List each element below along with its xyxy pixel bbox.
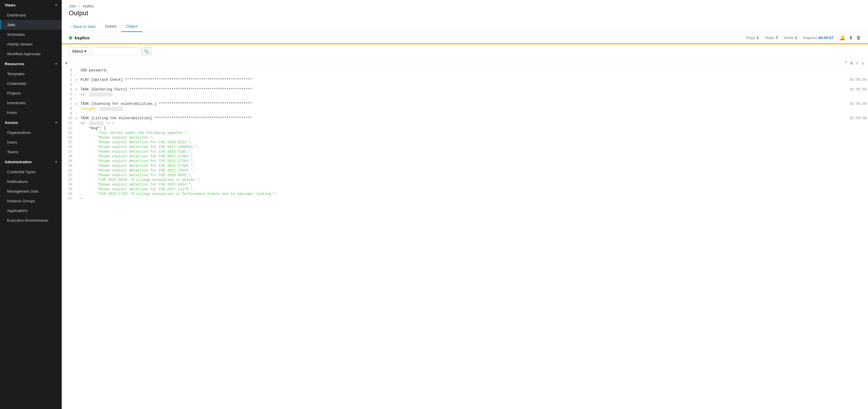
sidebar-views-header[interactable]: Views ▾ bbox=[0, 0, 62, 10]
job-hosts-stat: Hosts 1 bbox=[784, 36, 797, 40]
sidebar-administration-header[interactable]: Administration ▾ bbox=[0, 157, 62, 167]
scroll-page-down-icon[interactable]: ⇓ bbox=[862, 60, 865, 66]
elapsed-label: Elapsed bbox=[803, 36, 817, 40]
log-line-toggle[interactable]: ▾ bbox=[73, 77, 79, 82]
breadcrumb-current: ksplice bbox=[83, 4, 94, 8]
log-line-timestamp bbox=[794, 68, 868, 73]
log-line-toggle bbox=[73, 121, 79, 126]
log-line-content: "Known exploit detection for CVE-2021-27… bbox=[79, 164, 794, 168]
log-line-timestamp bbox=[794, 140, 868, 145]
sidebar-item-jobs[interactable]: Jobs bbox=[0, 20, 62, 30]
log-line-row: 5ok: bbox=[62, 92, 868, 97]
log-line-toggle bbox=[73, 140, 79, 145]
sidebar-resources-header[interactable]: Resources ▾ bbox=[0, 59, 62, 69]
log-line-toggle bbox=[73, 135, 79, 140]
sidebar-access-header[interactable]: Access ▾ bbox=[0, 117, 62, 128]
sidebar-views-label: Views bbox=[5, 3, 16, 7]
sidebar-item-templates[interactable]: Templates bbox=[0, 69, 62, 79]
stdout-search-input[interactable] bbox=[92, 47, 139, 55]
log-line-timestamp bbox=[794, 187, 868, 192]
scroll-up-icon[interactable]: ∨ bbox=[850, 60, 853, 66]
log-line-row: 22 "Known exploit detection for CVE-2020… bbox=[62, 173, 868, 178]
scroll-page-up-icon[interactable]: ⇑ bbox=[856, 60, 859, 66]
sidebar-admin-items: Credential Types Notifications Managemen… bbox=[0, 167, 62, 225]
log-line-toggle[interactable]: ▾ bbox=[73, 102, 79, 107]
breadcrumb-jobs-link[interactable]: Jobs bbox=[69, 4, 76, 8]
log-line-number: 17 bbox=[62, 149, 73, 154]
hosts-label: Hosts bbox=[784, 36, 794, 40]
sidebar-item-management-jobs[interactable]: Management Jobs bbox=[0, 186, 62, 196]
output-content: ksplice Plays 1 Tasks 7 Hosts 1 Elapsed … bbox=[62, 32, 868, 409]
log-line-number: 15 bbox=[62, 140, 73, 145]
sidebar-item-workflow-approvals[interactable]: Workflow Approvals bbox=[0, 49, 62, 59]
page-header: Jobs › ksplice Output bbox=[62, 0, 868, 21]
sidebar-item-users[interactable]: Users bbox=[0, 137, 62, 147]
log-line-number: 16 bbox=[62, 145, 73, 149]
log-line-row: 10▾TASK [Listing the Vulnerabilities] **… bbox=[62, 116, 868, 121]
sidebar-item-schedules[interactable]: Schedules bbox=[0, 30, 62, 39]
hosts-value: 1 bbox=[795, 36, 797, 40]
log-line-toggle bbox=[73, 168, 79, 173]
trash-icon[interactable]: 🗑 bbox=[856, 35, 861, 40]
tab-details[interactable]: Details bbox=[100, 21, 121, 32]
log-line-row: 2▾PLAY [Uptrack Check] *****************… bbox=[62, 77, 868, 82]
stdout-filter-select[interactable]: Stdout ▾ bbox=[69, 47, 90, 55]
plays-value: 1 bbox=[756, 36, 759, 40]
log-line-row: 4▾TASK [Gathering Facts] ***************… bbox=[62, 87, 868, 92]
log-line-number: 6 bbox=[62, 97, 73, 102]
sidebar-item-execution-environments[interactable]: Execution Environments bbox=[0, 215, 62, 225]
sidebar-item-credential-types[interactable]: Credential Types bbox=[0, 167, 62, 177]
log-line-timestamp bbox=[794, 154, 868, 159]
sidebar-item-applications[interactable]: Applications bbox=[0, 206, 62, 215]
job-name-label: ksplice bbox=[74, 35, 90, 40]
job-tasks-stat: Tasks 7 bbox=[765, 36, 778, 40]
log-line-toggle[interactable]: ▾ bbox=[73, 116, 79, 121]
log-container[interactable]: ▾ ⌃ ∨ ⇑ ⇓ 0SSH password:12▾PLAY [Uptrack… bbox=[62, 59, 868, 409]
log-line-content bbox=[79, 97, 794, 102]
log-line-timestamp bbox=[794, 73, 868, 77]
log-line-toggle bbox=[73, 92, 79, 97]
log-line-row: 23 "CVE-2021-4034: Privilege escalation … bbox=[62, 178, 868, 182]
scroll-top-icon[interactable]: ⌃ bbox=[844, 60, 847, 66]
log-line-toggle bbox=[73, 164, 79, 168]
sidebar-access-items: Organizations Users Teams bbox=[0, 128, 62, 157]
sidebar-item-notifications[interactable]: Notifications bbox=[0, 177, 62, 186]
chevron-down-icon: ▾ bbox=[55, 121, 57, 125]
log-line-content: "CVE-2022-1729: Privilege escalation in … bbox=[79, 192, 794, 197]
sidebar-resources-label: Resources bbox=[5, 62, 24, 66]
sidebar-item-credentials[interactable]: Credentials bbox=[0, 79, 62, 89]
log-line-number: 0 bbox=[62, 68, 73, 73]
log-controls-left: ▾ bbox=[65, 61, 67, 66]
log-line-content: "Known exploit detection for CVE-2017-11… bbox=[79, 187, 794, 192]
download-icon[interactable]: ⬇ bbox=[849, 35, 853, 40]
stdout-search-button[interactable]: 🔍 bbox=[141, 47, 151, 55]
log-line-toggle bbox=[73, 111, 79, 116]
tab-output[interactable]: Output bbox=[121, 21, 142, 32]
collapse-all-button[interactable]: ▾ bbox=[65, 61, 67, 66]
sidebar-item-inventories[interactable]: Inventories bbox=[0, 98, 62, 108]
log-line-timestamp: 01:05:56 bbox=[794, 87, 868, 92]
log-line-number: 27 bbox=[62, 197, 73, 201]
sidebar-item-instance-groups[interactable]: Instance Groups bbox=[0, 196, 62, 206]
log-line-toggle bbox=[73, 97, 79, 102]
log-line-toggle bbox=[73, 68, 79, 73]
sidebar-item-dashboard[interactable]: Dashboard bbox=[0, 10, 62, 20]
log-line-row: 26 "CVE-2022-1729: Privilege escalation … bbox=[62, 192, 868, 197]
log-line-timestamp bbox=[794, 97, 868, 102]
log-line-number: 23 bbox=[62, 178, 73, 182]
log-line-content bbox=[79, 111, 794, 116]
back-to-jobs-link[interactable]: ← Back to Jobs bbox=[69, 22, 100, 32]
sidebar-item-teams[interactable]: Teams bbox=[0, 147, 62, 157]
sidebar-item-projects[interactable]: Projects bbox=[0, 89, 62, 98]
log-line-toggle bbox=[73, 197, 79, 201]
bell-icon[interactable]: 🔔 bbox=[839, 35, 845, 40]
log-line-toggle bbox=[73, 178, 79, 182]
log-line-number: 1 bbox=[62, 73, 73, 77]
log-line-row: 14 "Known exploit detection.", bbox=[62, 135, 868, 140]
sidebar-item-hosts[interactable]: Hosts bbox=[0, 108, 62, 117]
sidebar-views-items: Dashboard Jobs Schedules Activity Stream… bbox=[0, 10, 62, 59]
sidebar-item-organizations[interactable]: Organizations bbox=[0, 128, 62, 137]
log-line-toggle[interactable]: ▾ bbox=[73, 87, 79, 92]
sidebar-item-activity-stream[interactable]: Activity Stream bbox=[0, 39, 62, 49]
log-line-number: 4 bbox=[62, 87, 73, 92]
